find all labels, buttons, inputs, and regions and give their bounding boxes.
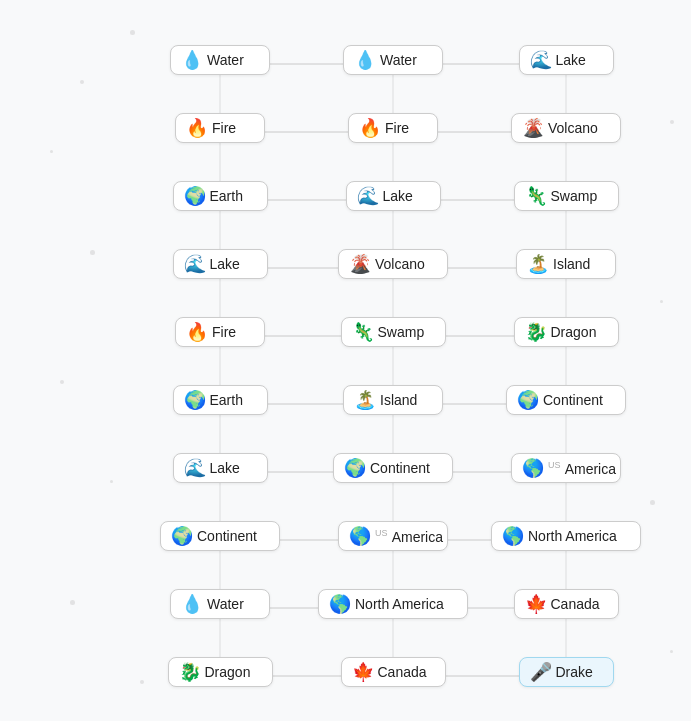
node-icon-n18: 🌍 <box>517 391 539 409</box>
decorative-dot <box>60 380 64 384</box>
node-icon-n26: 🌎 <box>329 595 351 613</box>
node-label-n30: Drake <box>556 664 593 680</box>
node-label-n14: Swamp <box>378 324 425 340</box>
node-icon-n8: 🌊 <box>357 187 379 205</box>
node-icon-n13: 🔥 <box>186 323 208 341</box>
node-n22[interactable]: 🌍Continent <box>160 521 280 551</box>
node-label-n13: Fire <box>212 324 236 340</box>
node-n19[interactable]: 🌊Lake <box>173 453 268 483</box>
node-label-n22: Continent <box>197 528 257 544</box>
node-n18[interactable]: 🌍Continent <box>506 385 626 415</box>
node-label-n8: Lake <box>383 188 413 204</box>
node-icon-n2: 💧 <box>354 51 376 69</box>
node-label-n4: Fire <box>212 120 236 136</box>
decorative-dot <box>50 150 53 153</box>
node-n30[interactable]: 🎤Drake <box>519 657 614 687</box>
node-label-n20: Continent <box>370 460 430 476</box>
node-icon-n23: 🌎 <box>349 527 371 545</box>
node-label-n2: Water <box>380 52 417 68</box>
node-n25[interactable]: 💧Water <box>170 589 270 619</box>
node-icon-n27: 🍁 <box>525 595 547 613</box>
node-label-n6: Volcano <box>548 120 598 136</box>
node-icon-n28: 🐉 <box>179 663 201 681</box>
node-icon-n24: 🌎 <box>502 527 524 545</box>
node-icon-n7: 🌍 <box>184 187 206 205</box>
node-n9[interactable]: 🦎Swamp <box>514 181 619 211</box>
node-label-n12: Island <box>553 256 590 272</box>
node-label-n23: US America <box>375 528 443 545</box>
node-label-n3: Lake <box>556 52 586 68</box>
node-label-n7: Earth <box>210 188 243 204</box>
node-label-n26: North America <box>355 596 444 612</box>
node-n8[interactable]: 🌊Lake <box>346 181 441 211</box>
node-icon-n21: 🌎 <box>522 459 544 477</box>
node-n24[interactable]: 🌎North America <box>491 521 641 551</box>
node-icon-n29: 🍁 <box>352 663 374 681</box>
node-n12[interactable]: 🏝️Island <box>516 249 616 279</box>
node-label-n24: North America <box>528 528 617 544</box>
node-icon-n22: 🌍 <box>171 527 193 545</box>
node-label-n16: Earth <box>210 392 243 408</box>
node-n13[interactable]: 🔥Fire <box>175 317 265 347</box>
node-label-n27: Canada <box>551 596 600 612</box>
node-n11[interactable]: 🌋Volcano <box>338 249 448 279</box>
decorative-dot <box>70 600 75 605</box>
node-n17[interactable]: 🏝️Island <box>343 385 443 415</box>
node-icon-n19: 🌊 <box>184 459 206 477</box>
node-icon-n11: 🌋 <box>349 255 371 273</box>
node-n16[interactable]: 🌍Earth <box>173 385 268 415</box>
decorative-dot <box>90 250 95 255</box>
node-label-n28: Dragon <box>205 664 251 680</box>
node-n3[interactable]: 🌊Lake <box>519 45 614 75</box>
node-label-n21: US America <box>548 460 616 477</box>
node-n28[interactable]: 🐉Dragon <box>168 657 273 687</box>
node-label-n11: Volcano <box>375 256 425 272</box>
node-n23[interactable]: 🌎US America <box>338 521 448 551</box>
node-icon-n25: 💧 <box>181 595 203 613</box>
node-icon-n12: 🏝️ <box>527 255 549 273</box>
node-n26[interactable]: 🌎North America <box>318 589 468 619</box>
decorative-dot <box>140 680 144 684</box>
node-n15[interactable]: 🐉Dragon <box>514 317 619 347</box>
node-icon-n14: 🦎 <box>352 323 374 341</box>
node-label-n18: Continent <box>543 392 603 408</box>
decorative-dot <box>650 500 655 505</box>
node-n5[interactable]: 🔥Fire <box>348 113 438 143</box>
node-label-n1: Water <box>207 52 244 68</box>
decorative-dot <box>110 480 113 483</box>
node-label-n10: Lake <box>210 256 240 272</box>
node-n21[interactable]: 🌎US America <box>511 453 621 483</box>
node-n4[interactable]: 🔥Fire <box>175 113 265 143</box>
node-icon-n1: 💧 <box>181 51 203 69</box>
node-n27[interactable]: 🍁Canada <box>514 589 619 619</box>
node-icon-n9: 🦎 <box>525 187 547 205</box>
node-n1[interactable]: 💧Water <box>170 45 270 75</box>
decorative-dot <box>660 300 663 303</box>
node-n10[interactable]: 🌊Lake <box>173 249 268 279</box>
node-n2[interactable]: 💧Water <box>343 45 443 75</box>
node-label-n15: Dragon <box>551 324 597 340</box>
decorative-dot <box>80 80 84 84</box>
decorative-dot <box>670 650 673 653</box>
node-icon-n17: 🏝️ <box>354 391 376 409</box>
node-icon-n6: 🌋 <box>522 119 544 137</box>
node-icon-n16: 🌍 <box>184 391 206 409</box>
node-n29[interactable]: 🍁Canada <box>341 657 446 687</box>
decorative-dot <box>130 30 135 35</box>
node-label-n25: Water <box>207 596 244 612</box>
node-icon-n20: 🌍 <box>344 459 366 477</box>
node-icon-n30: 🎤 <box>530 663 552 681</box>
node-icon-n4: 🔥 <box>186 119 208 137</box>
node-label-n9: Swamp <box>551 188 598 204</box>
node-label-n19: Lake <box>210 460 240 476</box>
node-n6[interactable]: 🌋Volcano <box>511 113 621 143</box>
node-icon-n3: 🌊 <box>530 51 552 69</box>
node-icon-n5: 🔥 <box>359 119 381 137</box>
node-n7[interactable]: 🌍Earth <box>173 181 268 211</box>
node-label-n29: Canada <box>378 664 427 680</box>
node-n20[interactable]: 🌍Continent <box>333 453 453 483</box>
node-label-n5: Fire <box>385 120 409 136</box>
node-n14[interactable]: 🦎Swamp <box>341 317 446 347</box>
node-icon-n15: 🐉 <box>525 323 547 341</box>
node-label-n17: Island <box>380 392 417 408</box>
